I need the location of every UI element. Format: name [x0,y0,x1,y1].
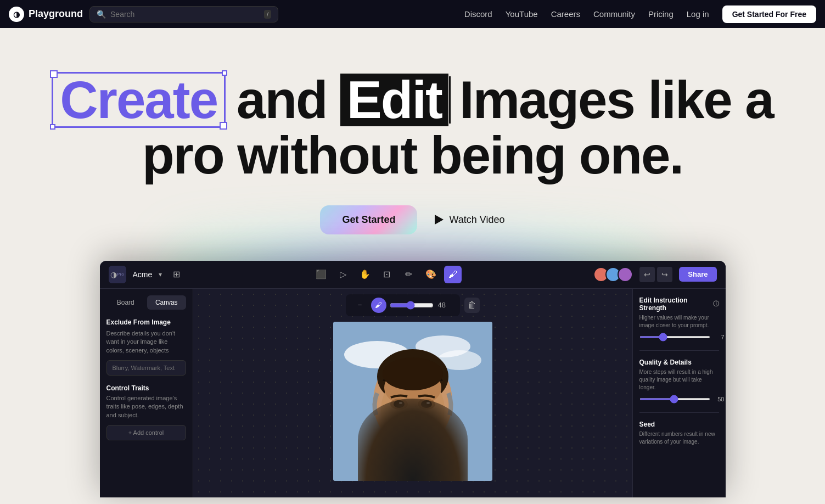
headline-line1: Create and Edit Images like a [52,72,773,128]
exclude-desc: Describe details you don't want in your … [106,329,186,355]
canvas-tool-group: − 🖌 48 [346,294,460,316]
tool-brush[interactable]: 🖌 [444,266,462,283]
edit-strength-title: Edit Instruction Strength ⓘ [639,296,719,312]
seed-desc: Different numbers result in new variatio… [639,430,719,446]
nav-right: Discord YouTube Careers Community Pricin… [464,5,816,23]
svg-point-12 [421,400,432,408]
avatar-3 [618,267,633,282]
right-panel: Edit Instruction Strength ⓘ Higher value… [632,289,726,497]
app-screenshot: ◑Pro Acme ▾ ⊞ ⬛ ▷ ✋ ⊡ ✏ 🎨 🖌 [100,261,726,497]
svg-point-11 [394,400,405,408]
canvas-brush-active[interactable]: 🖌 [371,298,386,313]
app-pages-icon: ⊞ [173,269,180,279]
app-brand-name: Acme [133,270,153,279]
svg-point-4 [374,421,451,481]
undo-button[interactable]: ↩ [639,267,655,282]
canvas-delete-button[interactable]: 🗑 [464,298,480,313]
nav-cta-button[interactable]: Get Started For Free [722,5,816,23]
quality-desc: More steps will result in a high quality… [639,368,719,391]
nav-search-bar[interactable]: 🔍 / [89,6,278,23]
svg-point-9 [390,399,408,410]
headline-edit: Edit [340,74,448,126]
canvas-brush-value: 48 [438,301,453,309]
control-traits-section: Control Traits Control generated image's… [106,384,186,440]
seed-section: Seed Different numbers result in new var… [639,421,719,446]
panel-tabs: Board Canvas [106,295,186,310]
right-divider-2 [639,412,719,413]
nav-careers[interactable]: Careers [551,9,580,19]
app-topbar-center: ⬛ ▷ ✋ ⊡ ✏ 🎨 🖌 [312,266,462,283]
canvas-brush-slider[interactable] [390,301,434,310]
nav-discord[interactable]: Discord [464,9,492,19]
app-body: Board Canvas Exclude From Image Describe… [100,289,726,497]
tool-crop[interactable]: ⊡ [378,266,396,283]
get-started-button[interactable]: Get Started [320,205,417,234]
tab-board[interactable]: Board [106,295,145,310]
redo-button[interactable]: ↪ [657,267,672,282]
tool-color[interactable]: 🎨 [422,266,440,283]
canvas-slider-group: 48 [390,301,453,310]
add-control-button[interactable]: + Add control [106,425,186,440]
right-divider-1 [639,350,719,351]
tool-hand[interactable]: ✋ [356,266,374,283]
exclude-title: Exclude From Image [106,318,186,326]
seed-title: Seed [639,421,719,428]
watch-video-button[interactable]: Watch Video [435,214,504,226]
app-topbar: ◑Pro Acme ▾ ⊞ ⬛ ▷ ✋ ⊡ ✏ 🎨 🖌 [100,261,726,289]
search-icon: 🔍 [97,10,106,19]
quality-title: Quality & Details [639,359,719,366]
nav-brand-label: Playground [29,8,83,20]
app-logo-icon: ◑Pro [109,266,126,283]
portrait-svg [333,322,492,481]
exclude-section: Exclude From Image Describe details you … [106,318,186,384]
edit-strength-slider-row: 7 [639,334,719,340]
traits-title: Control Traits [106,384,186,392]
help-icon: ⓘ [713,300,719,308]
svg-point-10 [418,399,435,410]
portrait-image [333,322,492,481]
app-chevron-icon: ▾ [159,271,162,278]
tab-canvas[interactable]: Canvas [147,295,186,310]
canvas-image [333,322,492,481]
selection-handle-tr [222,70,227,76]
headline-line2: pro without being one. [52,128,773,183]
hero-actions: Get Started Watch Video [320,205,504,234]
headline-and: and [237,74,327,126]
traits-desc: Control generated image's traits like po… [106,394,186,419]
quality-value: 50 [714,396,725,402]
share-button[interactable]: Share [679,267,716,282]
play-icon [435,215,444,225]
nav-login[interactable]: Log in [687,9,709,19]
nav-youtube[interactable]: YouTube [506,9,538,19]
svg-point-13 [399,402,402,404]
search-kbd: / [264,10,271,19]
app-topbar-left: ◑Pro Acme ▾ ⊞ [109,266,181,283]
nav-logo[interactable]: ◑ Playground [9,7,83,22]
navbar: ◑ Playground 🔍 / Discord YouTube Careers… [0,0,825,28]
app-topbar-right: ↩ ↪ Share [593,267,716,282]
svg-point-14 [426,402,430,404]
svg-point-15 [394,412,432,434]
canvas-area: − 🖌 48 🗑 [193,289,632,497]
nav-community[interactable]: Community [593,9,635,19]
exclude-input[interactable] [106,360,186,376]
quality-slider[interactable] [639,398,710,400]
edit-strength-desc: Higher values will make your image close… [639,314,719,329]
nav-left: ◑ Playground 🔍 / [9,6,278,23]
logo-icon: ◑ [9,7,24,22]
edit-strength-slider[interactable] [639,336,710,338]
selection-handle-bl [50,124,55,130]
tool-frame[interactable]: ⬛ [312,266,330,283]
quality-slider-row: 50 [639,396,719,402]
tool-select[interactable]: ▷ [334,266,352,283]
watch-video-label: Watch Video [449,214,504,226]
canvas-brush-minus[interactable]: − [352,298,368,313]
edit-strength-value: 7 [714,334,725,340]
nav-pricing[interactable]: Pricing [648,9,674,19]
undo-redo-group: ↩ ↪ [639,267,672,282]
edit-strength-section: Edit Instruction Strength ⓘ Higher value… [639,296,719,340]
search-input[interactable] [110,10,260,19]
hero-section: Create and Edit Images like a pro withou… [0,28,825,504]
left-panel: Board Canvas Exclude From Image Describe… [100,289,193,497]
tool-pen[interactable]: ✏ [400,266,418,283]
